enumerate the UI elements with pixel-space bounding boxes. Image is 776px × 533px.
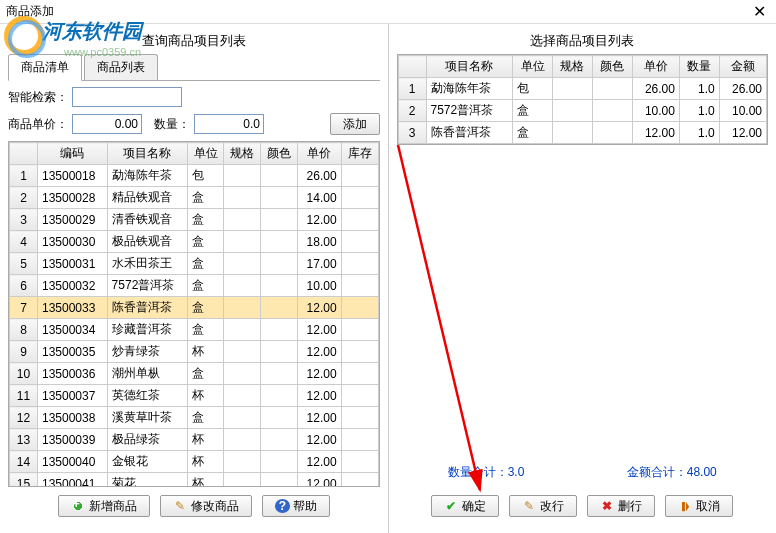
search-label: 智能检索：	[8, 89, 68, 106]
delete-row-button[interactable]: 删行	[587, 495, 655, 517]
price-label: 商品单价：	[8, 116, 68, 133]
left-pane: 查询商品项目列表 商品清单 商品列表 智能检索： 商品单价： 数量： 添加 编码…	[0, 24, 389, 533]
right-title: 选择商品项目列表	[397, 32, 769, 50]
table-row[interactable]: 1勐海陈年茶包26.001.026.00	[398, 78, 767, 100]
close-icon[interactable]: ✕	[749, 2, 770, 21]
qty-input[interactable]	[194, 114, 264, 134]
col-header[interactable]: 项目名称	[107, 143, 187, 165]
table-row[interactable]: 913500035炒青绿茶杯12.00	[10, 341, 379, 363]
col-header[interactable]: 单价	[298, 143, 342, 165]
table-row[interactable]: 1413500040金银花杯12.00	[10, 451, 379, 473]
new-product-button[interactable]: 新增商品	[58, 495, 150, 517]
pencil-icon	[522, 499, 536, 513]
totals-row: 数量合计：3.0 金额合计：48.00	[397, 458, 769, 487]
col-header[interactable]: 规格	[553, 56, 593, 78]
col-header[interactable]: 单价	[632, 56, 679, 78]
table-row[interactable]: 1313500039极品绿茶杯12.00	[10, 429, 379, 451]
ok-button[interactable]: 确定	[431, 495, 499, 517]
col-header[interactable]: 规格	[224, 143, 261, 165]
right-pane: 选择商品项目列表 项目名称单位规格颜色单价数量金额 1勐海陈年茶包26.001.…	[389, 24, 777, 533]
left-table[interactable]: 编码项目名称单位规格颜色单价库存 113500018勐海陈年茶包26.00213…	[8, 141, 380, 487]
tab-item-list[interactable]: 商品列表	[84, 54, 158, 80]
x-icon	[600, 499, 614, 513]
table-row[interactable]: 6135000327572普洱茶盒10.00	[10, 275, 379, 297]
window-title: 商品添加	[6, 3, 54, 20]
pencil-icon	[173, 499, 187, 513]
edit-product-button[interactable]: 修改商品	[160, 495, 252, 517]
plus-icon	[71, 499, 85, 513]
col-header[interactable]: 金额	[719, 56, 766, 78]
cancel-button[interactable]: 取消	[665, 495, 733, 517]
right-table[interactable]: 项目名称单位规格颜色单价数量金额 1勐海陈年茶包26.001.026.00275…	[397, 54, 769, 145]
check-icon	[444, 499, 458, 513]
table-row[interactable]: 1013500036潮州单枞盒12.00	[10, 363, 379, 385]
help-icon	[275, 499, 289, 513]
table-row[interactable]: 213500028精品铁观音盒14.00	[10, 187, 379, 209]
add-button[interactable]: 添加	[330, 113, 380, 135]
table-row[interactable]: 1513500041菊花杯12.00	[10, 473, 379, 488]
col-header[interactable]: 颜色	[592, 56, 632, 78]
table-row[interactable]: 313500029清香铁观音盒12.00	[10, 209, 379, 231]
table-row[interactable]: 3陈香普洱茶盒12.001.012.00	[398, 122, 767, 144]
left-title: 查询商品项目列表	[8, 32, 380, 50]
qty-label: 数量：	[154, 116, 190, 133]
help-button[interactable]: 帮助	[262, 495, 330, 517]
table-row[interactable]: 513500031水禾田茶王盒17.00	[10, 253, 379, 275]
table-row[interactable]: 113500018勐海陈年茶包26.00	[10, 165, 379, 187]
table-row[interactable]: 713500033陈香普洱茶盒12.00	[10, 297, 379, 319]
table-row[interactable]: 1213500038溪黄草叶茶盒12.00	[10, 407, 379, 429]
table-row[interactable]: 813500034珍藏普洱茶盒12.00	[10, 319, 379, 341]
col-header[interactable]: 数量	[679, 56, 719, 78]
col-header[interactable]: 库存	[341, 143, 378, 165]
price-input[interactable]	[72, 114, 142, 134]
col-header[interactable]: 单位	[513, 56, 553, 78]
tabs: 商品清单 商品列表	[8, 54, 380, 81]
title-bar: 商品添加 ✕	[0, 0, 776, 24]
table-row[interactable]: 413500030极品铁观音盒18.00	[10, 231, 379, 253]
col-header[interactable]: 颜色	[261, 143, 298, 165]
table-row[interactable]: 27572普洱茶盒10.001.010.00	[398, 100, 767, 122]
tab-product-list[interactable]: 商品清单	[8, 54, 82, 81]
exit-icon	[678, 499, 692, 513]
col-header[interactable]: 编码	[38, 143, 108, 165]
table-row[interactable]: 1113500037英德红茶杯12.00	[10, 385, 379, 407]
col-header[interactable]: 项目名称	[426, 56, 513, 78]
col-header[interactable]: 单位	[187, 143, 224, 165]
search-input[interactable]	[72, 87, 182, 107]
edit-row-button[interactable]: 改行	[509, 495, 577, 517]
